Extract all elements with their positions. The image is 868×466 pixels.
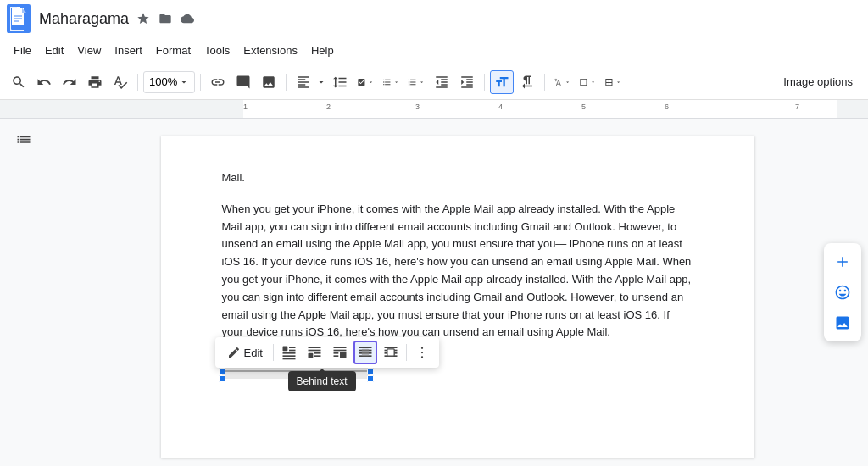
float-edit-label: Edit [244,347,263,359]
wrap-behind-text-button[interactable] [353,341,377,364]
search-button[interactable] [7,70,31,94]
checklist-button[interactable] [353,70,377,94]
float-sep-2 [406,344,407,361]
ruler-mark-6: 6 [665,103,669,111]
wrap-left-button[interactable] [328,341,352,364]
svg-point-35 [421,356,423,358]
menu-view[interactable]: View [70,41,108,60]
svg-rect-7 [282,347,287,352]
menu-help[interactable]: Help [304,41,341,60]
sep4 [484,74,485,91]
right-float-panel [824,243,861,341]
float-more-button[interactable] [410,341,434,364]
right-add-button[interactable] [829,248,856,275]
ruler-mark-4: 4 [498,103,503,111]
ruler: 1 2 3 4 5 6 7 [0,100,868,119]
folder-icon[interactable] [156,9,175,28]
highlight-button[interactable] [550,70,574,94]
insert-image-button[interactable] [257,70,281,94]
spellcheck-button[interactable] [108,70,132,94]
text-direction-button[interactable] [490,70,514,94]
wrap-inline-left-button[interactable] [277,341,301,364]
insert-link-button[interactable] [206,70,230,94]
handle-bot-left[interactable] [219,375,225,382]
sep5 [544,74,545,91]
align-chevron [316,77,326,87]
sidebar [0,119,47,466]
ruler-mark-1: 1 [243,103,248,111]
handle-mid-left[interactable] [219,368,225,374]
table-button[interactable] [601,70,625,94]
toolbar: 100% [0,64,868,100]
sep2 [200,74,201,91]
text-paragraph-2: When you get your iPhone, it comes with … [222,201,693,341]
print-button[interactable] [83,70,107,94]
wrap-front-text-button[interactable] [379,341,403,364]
document-title: Maharagama [39,10,129,28]
menu-insert[interactable]: Insert [108,41,149,60]
svg-point-33 [421,347,423,349]
main-area: Mail. When you get your iPhone, it comes… [0,119,868,466]
ruler-inner: 1 2 3 4 5 6 7 [243,100,837,118]
menu-tools[interactable]: Tools [198,41,236,60]
ruler-mark-5: 5 [581,103,586,111]
menu-format[interactable]: Format [149,41,198,60]
title-icons-group [134,9,197,28]
image-options-button[interactable]: Image options [775,70,861,94]
tooltip-behind-text: Behind text [288,371,356,391]
ruler-mark-2: 2 [326,103,331,111]
align-left-button[interactable] [292,70,315,94]
alignment-group [292,70,326,94]
svg-point-34 [421,352,423,353]
undo-button[interactable] [32,70,56,94]
float-sep-1 [273,344,274,361]
cloud-icon[interactable] [178,9,197,28]
decrease-indent-button[interactable] [430,70,453,94]
doc-icon [7,4,31,33]
ruler-mark-3: 3 [415,103,420,111]
redo-button[interactable] [58,70,81,94]
zoom-selector[interactable]: 100% [143,71,195,93]
numbered-list-button[interactable] [404,70,428,94]
zoom-value: 100% [149,75,177,88]
increase-indent-button[interactable] [455,70,479,94]
handle-bot-right[interactable] [367,375,374,382]
menu-file[interactable]: File [7,41,38,60]
menu-extensions[interactable]: Extensions [236,41,304,60]
border-color-button[interactable] [576,70,599,94]
svg-rect-27 [362,349,369,356]
comment-button[interactable] [231,70,255,94]
menu-edit[interactable]: Edit [38,41,70,60]
star-icon[interactable] [134,9,153,28]
image-options-label: Image options [783,75,853,88]
text-paragraph-1: Mail. [222,169,693,187]
doc-scroll-area[interactable]: Mail. When you get your iPhone, it comes… [47,119,868,466]
float-edit-button[interactable]: Edit [220,342,270,363]
line-spacing-button[interactable] [328,70,352,94]
tooltip-text: Behind text [297,375,348,387]
svg-rect-1 [12,8,24,25]
svg-rect-22 [340,352,347,358]
right-image-button[interactable] [829,309,856,336]
right-emoji-button[interactable] [829,279,856,306]
menu-bar: File Edit View Insert Format Tools Exten… [0,37,868,64]
bullet-list-button[interactable] [379,70,403,94]
sep1 [137,74,138,91]
svg-rect-32 [387,349,394,356]
floating-toolbar: Edit [215,337,439,368]
sidebar-outline-button[interactable] [8,127,39,158]
document-page: Mail. When you get your iPhone, it comes… [161,136,754,458]
sep3 [286,74,287,91]
ruler-mark-7: 7 [795,103,799,111]
paragraph-direction-button[interactable] [515,70,539,94]
svg-rect-15 [308,353,313,358]
handle-mid-right[interactable] [367,368,374,374]
wrap-move-up-button[interactable] [303,341,326,364]
